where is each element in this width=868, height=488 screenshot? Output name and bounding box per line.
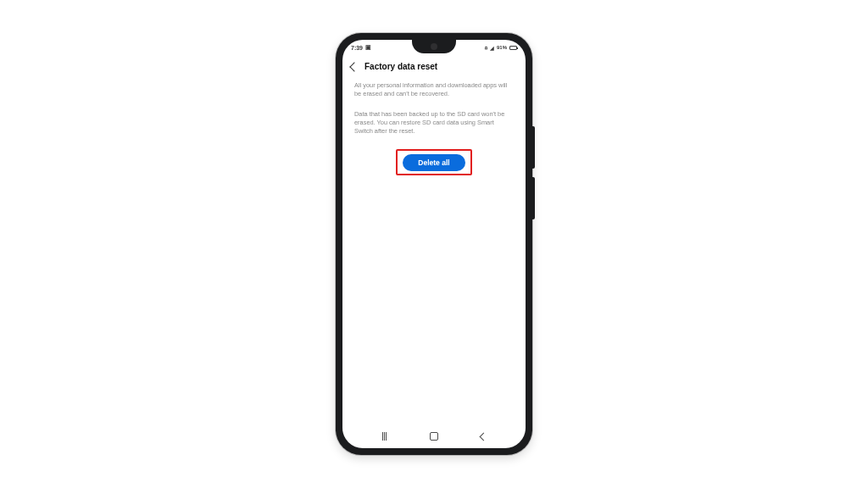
navigation-bar	[342, 424, 526, 448]
nav-home-button[interactable]	[424, 426, 444, 446]
button-row: Delete all	[351, 149, 517, 175]
volume-up-button[interactable]	[532, 126, 535, 169]
back-icon[interactable]	[349, 62, 359, 71]
volume-down-button[interactable]	[532, 177, 535, 219]
page-header: Factory data reset	[351, 58, 517, 78]
battery-text: 91%	[497, 45, 507, 50]
clock: 7:39	[351, 45, 363, 51]
warning-text-1: All your personal information and downlo…	[354, 81, 514, 98]
nav-back-button[interactable]	[474, 426, 494, 446]
stage: 7:39 ▣ ⩍ ◢ 91% Factory data reset All yo…	[0, 0, 868, 488]
display-notch	[412, 40, 456, 53]
delete-all-button[interactable]: Delete all	[403, 154, 465, 171]
signal-icon: ◢	[490, 45, 494, 51]
phone-frame: 7:39 ▣ ⩍ ◢ 91% Factory data reset All yo…	[336, 33, 532, 455]
phone-screen: 7:39 ▣ ⩍ ◢ 91% Factory data reset All yo…	[342, 40, 526, 448]
wifi-icon: ⩍	[485, 45, 487, 50]
back-nav-icon	[480, 432, 488, 441]
nav-recents-button[interactable]	[374, 426, 394, 446]
home-icon	[430, 432, 438, 441]
highlight-annotation: Delete all	[396, 149, 471, 175]
content-area: Factory data reset All your personal inf…	[342, 55, 526, 424]
video-icon: ▣	[365, 44, 371, 51]
status-left: 7:39 ▣	[351, 44, 371, 51]
status-right: ⩍ ◢ 91%	[485, 45, 517, 51]
recents-icon	[382, 432, 387, 441]
warning-text-2: Data that has been backed up to the SD c…	[354, 110, 514, 136]
page-title: Factory data reset	[364, 62, 437, 71]
front-camera	[431, 43, 437, 50]
battery-icon	[509, 46, 517, 50]
